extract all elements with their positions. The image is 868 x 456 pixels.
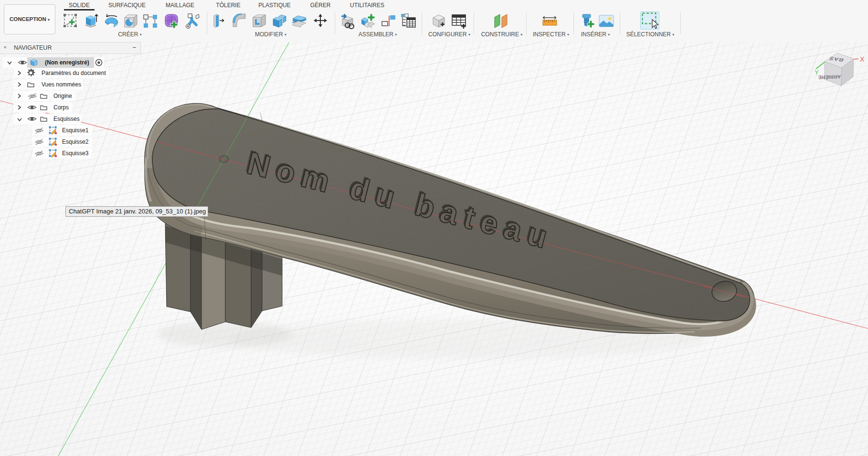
svg-text:X: X <box>860 55 865 63</box>
svg-text:Y: Y <box>815 69 819 76</box>
svg-text:ARRIÈRE: ARRIÈRE <box>818 74 841 80</box>
